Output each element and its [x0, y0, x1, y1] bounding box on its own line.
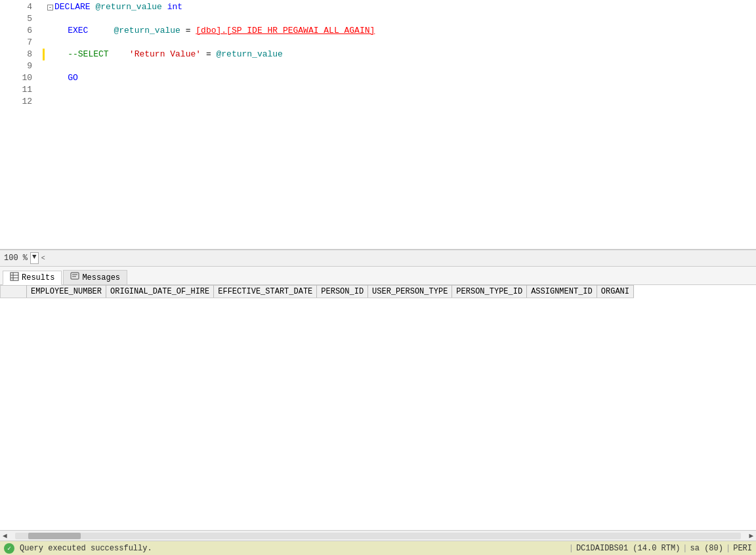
scroll-right-btn[interactable]: ▶ — [746, 531, 756, 540]
status-server: DC1DAIDBS01 (14.0 RTM) — [576, 544, 680, 553]
status-user: sa (80) — [690, 544, 723, 553]
code-line-5[interactable] — [43, 13, 756, 25]
code-line-6[interactable]: EXEC @return_value = [dbo].[SP_IDE_HR_PE… — [43, 25, 756, 37]
code-line-11[interactable] — [43, 84, 756, 96]
table-icon — [10, 272, 19, 284]
code-token: GO — [68, 72, 78, 84]
code-line-12[interactable] — [43, 96, 756, 108]
code-token: [dbo].[SP_IDE_HR_PEGAWAI_ALL_AGAIN] — [196, 25, 375, 37]
column-header-3: PERSON_ID — [317, 286, 368, 298]
line-numbers: 456789101112 — [8, 1, 37, 248]
message-icon — [70, 272, 79, 284]
tab-label-messages: Messages — [82, 273, 120, 282]
zoom-scroll-left[interactable]: < — [41, 255, 45, 262]
line-number-9: 9 — [10, 60, 32, 72]
zoom-bar: 100 % ▼ < — [0, 250, 756, 267]
yellow-bar — [43, 49, 45, 60]
editor-area: 456789101112 -DECLARE @return_value int … — [0, 0, 756, 250]
tab-label-results: Results — [22, 273, 54, 282]
code-token — [91, 1, 96, 13]
line-number-12: 12 — [10, 96, 32, 108]
code-token: --SELECT — [68, 49, 108, 60]
code-lines[interactable]: -DECLARE @return_value int EXEC @return_… — [37, 1, 756, 248]
zoom-value: 100 % — [4, 254, 28, 263]
column-header-4: USER_PERSON_TYPE — [368, 286, 452, 298]
status-right: | DC1DAIDBS01 (14.0 RTM) | sa (80) | PER… — [568, 544, 752, 553]
column-header-7: ORGANI — [597, 286, 633, 298]
code-line-10[interactable]: GO — [43, 72, 756, 84]
status-success-icon: ✓ — [4, 543, 14, 554]
line-number-10: 10 — [10, 72, 32, 84]
code-line-7[interactable] — [43, 37, 756, 49]
left-margin — [0, 1, 8, 248]
scroll-left-btn[interactable]: ◀ — [0, 531, 10, 540]
code-token — [162, 1, 167, 13]
code-token: int — [167, 1, 182, 13]
code-content[interactable]: 456789101112 -DECLARE @return_value int … — [0, 0, 756, 249]
code-line-8[interactable]: --SELECT 'Return Value' = @return_value — [43, 49, 756, 60]
line-number-11: 11 — [10, 84, 32, 96]
code-token: = — [201, 49, 216, 60]
code-token: @return_value — [216, 49, 282, 60]
results-tabs: Results Messages — [0, 267, 756, 285]
results-panel: Results Messages EMPLOYEE_NUMBERORIGINAL… — [0, 267, 756, 530]
tab-results[interactable]: Results — [3, 271, 62, 285]
scroll-track[interactable] — [15, 533, 742, 539]
column-header-0: EMPLOYEE_NUMBER — [27, 286, 106, 298]
line-number-7: 7 — [10, 37, 32, 49]
svg-rect-4 — [71, 273, 79, 279]
results-table: EMPLOYEE_NUMBERORIGINAL_DATE_OF_HIREEFFE… — [0, 285, 634, 298]
code-token: @return_value — [95, 1, 161, 13]
line-number-4: 4 — [10, 1, 32, 13]
tab-messages[interactable]: Messages — [63, 270, 127, 284]
code-token: EXEC — [68, 25, 88, 37]
row-number-header — [1, 286, 27, 298]
code-token — [109, 49, 129, 60]
code-token: DECLARE — [54, 1, 91, 13]
svg-rect-0 — [10, 273, 18, 280]
code-token — [47, 25, 68, 37]
status-suffix: PERI — [733, 544, 752, 553]
line-number-6: 6 — [10, 25, 32, 37]
code-token: @return_value — [114, 25, 180, 37]
column-header-6: ASSIGNMENT_ID — [527, 286, 597, 298]
code-token — [47, 49, 68, 60]
code-token: 'Return Value' — [129, 49, 201, 60]
header-row: EMPLOYEE_NUMBERORIGINAL_DATE_OF_HIREEFFE… — [1, 286, 634, 298]
line-number-5: 5 — [10, 13, 32, 25]
column-header-5: PERSON_TYPE_ID — [452, 286, 527, 298]
zoom-dropdown[interactable]: ▼ — [30, 252, 39, 264]
status-message: Query executed successfully. — [20, 544, 562, 553]
status-bar: ✓ Query executed successfully. | DC1DAID… — [0, 541, 756, 555]
column-header-1: ORIGINAL_DATE_OF_HIRE — [106, 286, 214, 298]
code-token — [88, 25, 114, 37]
collapse-indicator[interactable]: - — [47, 5, 53, 11]
horizontal-scrollbar[interactable]: ◀ ▶ — [0, 530, 756, 541]
status-separator-3: | — [726, 544, 730, 553]
table-header: EMPLOYEE_NUMBERORIGINAL_DATE_OF_HIREEFFE… — [1, 286, 634, 298]
status-separator-2: | — [682, 544, 687, 553]
scroll-thumb[interactable] — [28, 533, 81, 539]
status-separator-1: | — [569, 544, 574, 553]
code-line-9[interactable] — [43, 60, 756, 72]
results-table-container[interactable]: EMPLOYEE_NUMBERORIGINAL_DATE_OF_HIREEFFE… — [0, 285, 756, 530]
column-header-2: EFFECTIVE_START_DATE — [214, 286, 317, 298]
line-number-8: 8 — [10, 49, 32, 60]
code-line-4[interactable]: -DECLARE @return_value int — [43, 1, 756, 13]
code-token: = — [180, 25, 196, 37]
code-token — [47, 72, 68, 84]
